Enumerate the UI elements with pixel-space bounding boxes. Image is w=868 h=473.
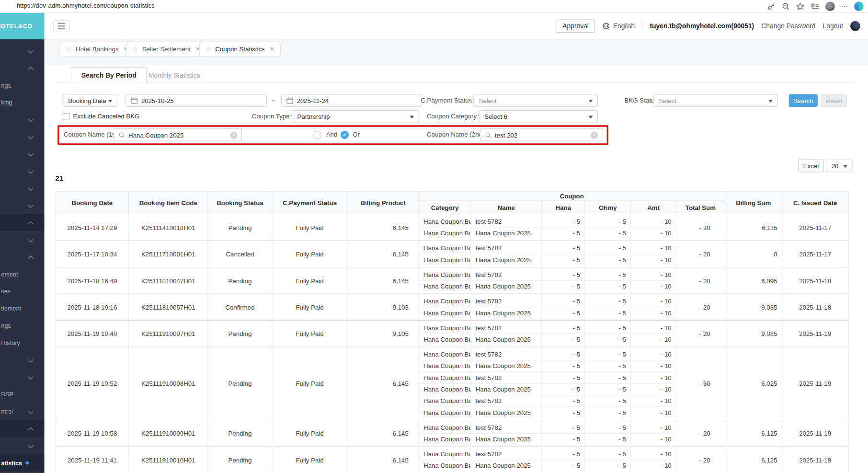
star-icon[interactable]: ☆	[206, 45, 211, 53]
bkg-status-select[interactable]: Select	[653, 94, 778, 107]
cell-name: test 5782	[471, 321, 542, 334]
page-size-select[interactable]: 20	[826, 160, 852, 173]
cell-billing-product: 6,145	[347, 347, 419, 420]
search-button[interactable]: Search	[789, 94, 818, 107]
sidebar-item-label: king	[0, 99, 12, 105]
cell-category: Hana Coupon Budg(	[419, 334, 471, 347]
address-bar[interactable]: https://dev-adm.ohmyhotel.com/coupon-sta…	[17, 2, 155, 9]
sidebar-item[interactable]: ntrol	[0, 403, 44, 420]
cell-amt: - 10	[631, 347, 676, 360]
sidebar-item[interactable]: tlement	[0, 300, 44, 317]
tab-monthly-statistics[interactable]: Monthly Statistics	[139, 67, 209, 83]
calendar-icon[interactable]	[131, 97, 138, 104]
language-selector[interactable]: English	[603, 22, 635, 30]
sidebar-item[interactable]	[0, 437, 44, 454]
browser-avatar[interactable]	[825, 1, 835, 11]
key-icon[interactable]	[767, 2, 776, 11]
cell-total-sum: - 20	[676, 241, 725, 267]
star-icon[interactable]: ☆	[132, 45, 138, 53]
sidebar-item[interactable]	[0, 214, 44, 231]
tab-search-by-period[interactable]: Search By Period	[71, 67, 147, 83]
cell-payment: Fully Paid	[272, 347, 347, 420]
close-icon[interactable]: ✕	[270, 46, 274, 52]
sidebar-item[interactable]	[0, 128, 44, 145]
cell-billing-sum: 6,095	[725, 267, 782, 294]
change-password-link[interactable]: Change Password	[761, 22, 815, 30]
cell-hana: - 5	[542, 433, 585, 447]
cell-billing-product: 6,145	[347, 241, 419, 267]
date-to-input[interactable]: 2025-11-24	[281, 94, 422, 107]
exclude-canceled-checkbox[interactable]	[63, 113, 70, 120]
approval-button[interactable]: Approval	[556, 19, 595, 33]
sidebar-item[interactable]	[0, 231, 44, 248]
sidebar-item[interactable]: BSP	[0, 385, 44, 403]
dark-mode-icon[interactable]	[850, 21, 860, 31]
sidebar-item[interactable]	[0, 111, 44, 128]
cpayment-status-select[interactable]: Select	[473, 94, 598, 107]
coupon-category-select[interactable]: Select 6	[479, 110, 598, 123]
sidebar-item[interactable]: ement	[0, 265, 44, 283]
sidebar-item[interactable]	[0, 162, 44, 180]
cell-payment: Fully Paid	[272, 214, 347, 241]
tab-hotel-bookings[interactable]: ☆ Hotel Bookings ✕	[60, 42, 134, 57]
sidebar-item[interactable]	[0, 179, 44, 196]
favorites-list-icon[interactable]	[811, 2, 819, 11]
and-radio[interactable]	[313, 131, 321, 139]
clear-icon[interactable]: ×	[591, 132, 598, 139]
sidebar-item[interactable]: ngs	[0, 76, 44, 93]
sidebar-item-label: atistics	[0, 460, 22, 466]
cell-ohmy: - 5	[585, 280, 631, 294]
logout-link[interactable]: Logout	[823, 22, 843, 30]
filter-row-1: Booking Date 2025-10-25 ~ 2025-11-24 C.P…	[56, 94, 853, 107]
or-radio[interactable]: ✓	[341, 131, 349, 139]
sidebar-item[interactable]: king	[0, 93, 44, 111]
sidebar-item[interactable]	[0, 420, 44, 437]
sidebar-item[interactable]	[0, 42, 44, 59]
coupon-name-2nd-input[interactable]: test 202 ×	[480, 128, 602, 141]
screen: https://dev-adm.ohmyhotel.com/coupon-sta…	[0, 0, 868, 473]
zoom-out-icon[interactable]	[782, 2, 790, 11]
sidebar-item[interactable]	[0, 351, 44, 369]
globe-icon	[603, 22, 610, 30]
cell-category: Hana Coupon Budg(	[419, 321, 471, 334]
star-icon[interactable]: ☆	[66, 45, 72, 53]
cell-ohmy: - 5	[585, 307, 631, 321]
sidebar-item[interactable]	[0, 145, 44, 162]
sidebar-item[interactable]: ces	[0, 282, 44, 300]
sidebar-item[interactable]: ngs	[0, 317, 44, 334]
coupon-name-1st-input[interactable]: Hana Coupon 2025 ×	[114, 128, 242, 141]
more-icon[interactable]: ⋯	[841, 4, 848, 10]
cell-ohmy: - 5	[585, 360, 631, 372]
sidebar-item[interactable]	[0, 368, 44, 385]
cell-amt: - 10	[631, 395, 676, 407]
header-coupon-group: Coupon	[419, 191, 725, 201]
coupon-type-select[interactable]: Partnership	[292, 110, 419, 123]
table-row: 2025-11-18 19:16K25111810057H01Confirmed…	[56, 294, 848, 307]
sidebar-item[interactable]: History	[0, 334, 44, 351]
bookmark-star-icon[interactable]	[796, 2, 804, 11]
date-type-select[interactable]: Booking Date	[63, 94, 117, 107]
date-to-value: 2025-11-24	[297, 97, 329, 104]
sidebar-item[interactable]	[0, 248, 44, 265]
menu-button[interactable]	[53, 20, 70, 32]
cell-total-sum: - 20	[676, 321, 725, 347]
sidebar-item[interactable]	[0, 59, 44, 77]
sidebar-item[interactable]: atistics	[0, 454, 44, 472]
browser-profile-icon[interactable]	[854, 1, 864, 11]
chevron-down-icon	[588, 100, 593, 103]
cell-payment: Fully Paid	[272, 294, 347, 320]
and-label: And	[326, 128, 338, 141]
tab-coupon-statistics[interactable]: ☆ Coupon Statistics ✕	[199, 42, 280, 57]
excel-button[interactable]: Excel	[798, 160, 823, 173]
calendar-icon[interactable]	[286, 97, 293, 104]
cell-hana: - 5	[542, 280, 585, 294]
sidebar-item[interactable]	[0, 196, 44, 214]
filter-row-2: Exclude Canceled BKG Coupon Type* Partne…	[56, 110, 853, 124]
clear-icon[interactable]: ×	[230, 132, 238, 139]
tab-seller-settlement[interactable]: ☆ Seller Settlement ✕	[126, 42, 206, 57]
date-from-input[interactable]: 2025-10-25	[126, 94, 267, 107]
reset-button[interactable]: Reset	[821, 94, 847, 107]
cell-issued-date: 2025-11-19	[782, 347, 848, 420]
cell-name: test 5782	[471, 420, 542, 434]
table-row: 2025-11-18 16:49K25111810047H01PendingFu…	[56, 267, 848, 281]
